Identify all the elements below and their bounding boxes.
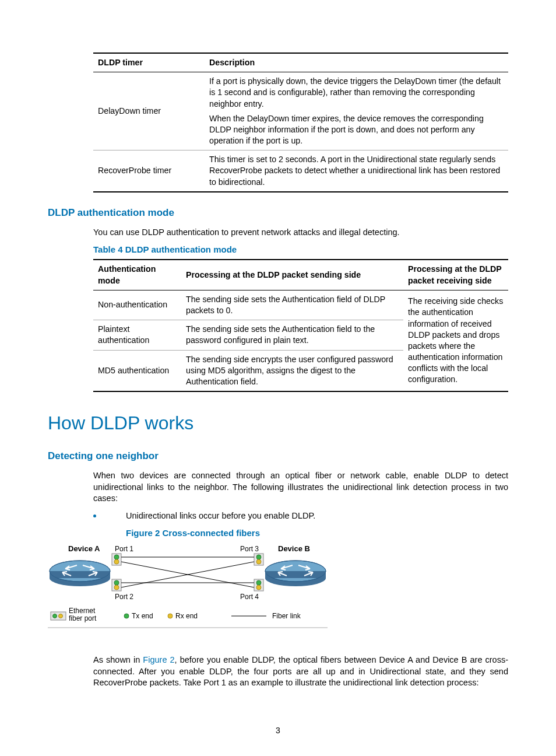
fig-device-a-label: Device A	[68, 544, 100, 553]
svg-point-15	[256, 555, 261, 559]
router-a-icon	[50, 561, 110, 586]
svg-text:Ethernet: Ethernet	[69, 607, 96, 615]
t1-h0: DLDP timer	[93, 53, 205, 72]
t1-r0-c1a: If a port is physically down, the device…	[209, 76, 504, 113]
heading-how-dldp-works: How DLDP works	[48, 411, 508, 436]
figure-cross-connected-fibers: Device A Port 1 Port 3 Device B	[48, 543, 508, 646]
svg-point-19	[256, 585, 261, 590]
svg-text:Tx end: Tx end	[132, 612, 153, 620]
dldp-timer-table: DLDP timer Description DelayDown timer I…	[93, 52, 508, 192]
heading-auth-mode: DLDP authentication mode	[48, 206, 508, 220]
bullet-1: Unidirectional links occur before you en…	[93, 510, 508, 522]
svg-rect-6	[265, 571, 326, 578]
t2-r1-c0: Plaintext authentication	[93, 320, 181, 350]
svg-rect-2	[50, 571, 110, 578]
figure2-link[interactable]: Figure 2	[143, 655, 174, 664]
detect-p1: When two devices are connected through a…	[93, 470, 508, 505]
svg-point-18	[256, 580, 261, 585]
t2-h2: Processing at the DLDP packet receiving …	[403, 260, 508, 290]
fig-port4-label: Port 4	[240, 593, 259, 601]
port-3-icon	[254, 554, 263, 565]
t2-col3: The receiving side checks the authentica…	[403, 290, 508, 391]
t2-r0-c1: The sending side sets the Authentication…	[181, 290, 403, 320]
port-2-icon	[112, 579, 121, 591]
svg-point-10	[114, 559, 119, 564]
auth-mode-table: Authentication mode Processing at the DL…	[93, 259, 508, 392]
t2-r1-c1: The sending side sets the Authentication…	[181, 320, 403, 350]
fiber-links	[121, 557, 254, 587]
t1-r0-c0: DelayDown timer	[98, 106, 161, 116]
t2-h1: Processing at the DLDP packet sending si…	[181, 260, 403, 290]
t1-r1-c0: RecoverProbe timer	[93, 150, 205, 192]
heading-detecting-one-neighbor: Detecting one neighbor	[48, 450, 508, 463]
p2a: As shown in	[93, 655, 143, 664]
page-number: 3	[0, 725, 556, 736]
auth-intro: You can use DLDP authentication to preve…	[93, 227, 508, 239]
fig-port1-label: Port 1	[115, 545, 133, 553]
t1-r1-c1: This timer is set to 2 seconds. A port i…	[205, 150, 508, 192]
router-b-icon	[265, 561, 326, 586]
port-1-icon	[112, 554, 121, 565]
t1-r0-c1b: When the DelayDown timer expires, the de…	[209, 113, 504, 147]
t2-r0-c0: Non-authentication	[93, 290, 181, 320]
svg-point-13	[114, 585, 119, 590]
detect-p2: As shown in Figure 2, before you enable …	[93, 654, 508, 689]
port-4-icon	[254, 579, 263, 591]
t2-h0: Authentication mode	[93, 260, 181, 290]
t2-r2-c0: MD5 authentication	[93, 350, 181, 391]
svg-text:Fiber link: Fiber link	[272, 612, 301, 620]
t1-h1: Description	[205, 53, 508, 72]
svg-point-16	[256, 559, 261, 564]
svg-point-25	[53, 614, 57, 618]
svg-point-31	[168, 614, 173, 618]
svg-point-12	[114, 580, 119, 585]
legend: Ethernet fiber port Tx end Rx end Fiber …	[48, 607, 328, 628]
figure2-caption: Figure 2 Cross-connected fibers	[126, 527, 508, 539]
svg-point-29	[124, 614, 129, 618]
svg-point-26	[59, 614, 63, 618]
fig-port2-label: Port 2	[115, 593, 133, 601]
bullet-1-text: Unidirectional links occur before you en…	[126, 511, 315, 520]
fig-port3-label: Port 3	[240, 545, 259, 553]
t2-r2-c1: The sending side encrypts the user confi…	[181, 350, 403, 391]
svg-point-9	[114, 555, 119, 559]
fig-device-b-label: Device B	[278, 544, 310, 553]
table4-caption: Table 4 DLDP authentication mode	[93, 244, 508, 256]
svg-text:fiber port: fiber port	[69, 614, 97, 622]
svg-text:Rx end: Rx end	[175, 612, 198, 620]
